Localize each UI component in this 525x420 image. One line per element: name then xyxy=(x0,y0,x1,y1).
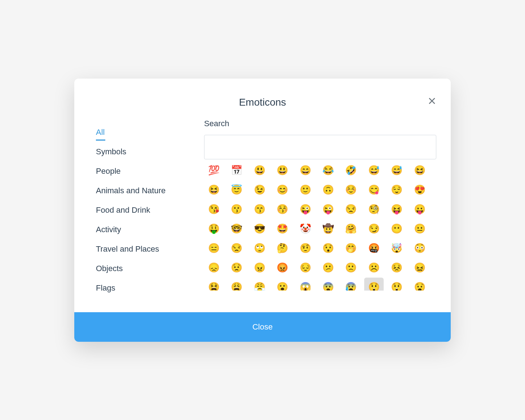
emoji-item[interactable]: 🤔 xyxy=(273,239,292,258)
sidebar-item-all[interactable]: All xyxy=(89,123,197,142)
emoji-item[interactable]: 😇 xyxy=(227,180,246,200)
sidebar-item-label: Travel and Places xyxy=(96,244,159,253)
emoji-item[interactable]: 😆 xyxy=(204,180,224,200)
sidebar-item-label: Activity xyxy=(96,225,121,234)
emoji-item[interactable]: 😒 xyxy=(227,239,246,258)
main-content: Search 💯📅😃😃😄😂🤣😅😅😆😆😇😉😊🙂🙃☺️😋😌😍😘😗😙😚😜😜😒🧐😝😛🤑🤓… xyxy=(197,119,436,298)
emoji-item[interactable]: 😗 xyxy=(227,200,246,219)
sidebar-item-food-drink[interactable]: Food and Drink xyxy=(89,200,197,220)
emoji-item[interactable]: 😆 xyxy=(410,161,429,180)
close-icon[interactable] xyxy=(428,97,436,105)
emoji-item[interactable]: 🙃 xyxy=(318,180,338,200)
search-label: Search xyxy=(204,119,436,128)
emoji-item[interactable]: 😃 xyxy=(250,161,269,180)
emoji-item[interactable]: 😊 xyxy=(273,180,292,200)
emoji-item[interactable]: 📅 xyxy=(227,161,246,180)
emoji-item[interactable]: 🙁 xyxy=(341,258,361,278)
emoji-item[interactable]: 😙 xyxy=(250,200,269,219)
emoji-item[interactable]: 🙄 xyxy=(250,239,269,258)
emoji-item[interactable]: 😅 xyxy=(387,161,406,180)
emoji-item[interactable]: 😨 xyxy=(318,278,338,291)
emoji-item[interactable]: 💯 xyxy=(204,161,224,180)
emoji-item[interactable]: 😶 xyxy=(387,219,406,239)
sidebar-item-label: Objects xyxy=(96,264,123,273)
emoji-item[interactable]: 😚 xyxy=(273,200,292,219)
emoji-item[interactable]: 🤭 xyxy=(341,239,361,258)
emoji-item[interactable]: 🤠 xyxy=(318,219,338,239)
emoji-item[interactable]: 😠 xyxy=(250,258,269,278)
emoji-item[interactable]: 😟 xyxy=(227,258,246,278)
emoticons-modal: Emoticons All Symbols People Animals and… xyxy=(74,79,451,342)
emoji-item[interactable]: 😌 xyxy=(387,180,406,200)
sidebar-item-label: Animals and Nature xyxy=(96,186,166,195)
sidebar-item-objects[interactable]: Objects xyxy=(89,259,197,278)
close-button[interactable]: Close xyxy=(252,322,273,332)
modal-header: Emoticons xyxy=(74,79,451,119)
modal-title: Emoticons xyxy=(89,97,436,108)
emoji-item[interactable]: 😔 xyxy=(296,258,315,278)
sidebar-item-label: Flags xyxy=(96,283,115,292)
emoji-item[interactable]: 😡 xyxy=(273,258,292,278)
modal-body: All Symbols People Animals and Nature Fo… xyxy=(74,119,451,312)
emoji-item[interactable]: 🤬 xyxy=(364,239,384,258)
emoji-item[interactable]: 😜 xyxy=(318,200,338,219)
emoji-item[interactable]: 🤗 xyxy=(341,219,361,239)
emoji-item[interactable]: 😣 xyxy=(387,258,406,278)
emoji-item[interactable]: 😳 xyxy=(410,239,429,258)
emoji-item[interactable]: 😋 xyxy=(364,180,384,200)
emoji-item[interactable]: 😞 xyxy=(204,258,224,278)
emoji-item[interactable]: 😛 xyxy=(410,200,429,219)
emoji-item[interactable]: 😒 xyxy=(341,200,361,219)
emoji-item[interactable]: ☹️ xyxy=(364,258,384,278)
sidebar-item-label: Symbols xyxy=(96,147,126,156)
emoji-item[interactable]: 😕 xyxy=(318,258,338,278)
emoji-item[interactable]: 😍 xyxy=(410,180,429,200)
emoji-item[interactable]: 🤩 xyxy=(273,219,292,239)
emoji-item[interactable]: 😘 xyxy=(204,200,224,219)
sidebar-item-activity[interactable]: Activity xyxy=(89,220,197,239)
sidebar-item-people[interactable]: People xyxy=(89,162,197,181)
emoji-item[interactable]: 😎 xyxy=(250,219,269,239)
sidebar-item-label: Food and Drink xyxy=(96,205,150,215)
emoji-item[interactable]: 😰 xyxy=(341,278,361,291)
emoji-item[interactable]: 😤 xyxy=(250,278,269,291)
emoji-item[interactable]: 😫 xyxy=(204,278,224,291)
emoji-item[interactable]: 😲 xyxy=(364,278,384,291)
emoji-item[interactable]: 😄 xyxy=(296,161,315,180)
emoji-item[interactable]: 😖 xyxy=(410,258,429,278)
emoji-item[interactable]: 😃 xyxy=(273,161,292,180)
emoji-item[interactable]: 😝 xyxy=(387,200,406,219)
emoji-item[interactable]: 😩 xyxy=(227,278,246,291)
emoji-item[interactable]: 😑 xyxy=(204,239,224,258)
category-sidebar: All Symbols People Animals and Nature Fo… xyxy=(89,119,197,298)
modal-footer[interactable]: Close xyxy=(74,312,451,342)
sidebar-item-flags[interactable]: Flags xyxy=(89,278,197,298)
emoji-item[interactable]: ☺️ xyxy=(341,180,361,200)
emoji-item[interactable]: 🤯 xyxy=(387,239,406,258)
sidebar-item-label: All xyxy=(96,128,105,137)
emoji-item[interactable]: 😅 xyxy=(364,161,384,180)
sidebar-item-animals-nature[interactable]: Animals and Nature xyxy=(89,181,197,200)
emoji-item[interactable]: 😏 xyxy=(364,219,384,239)
sidebar-item-label: People xyxy=(96,167,121,176)
emoji-item[interactable]: 😮 xyxy=(273,278,292,291)
sidebar-item-travel-places[interactable]: Travel and Places xyxy=(89,239,197,259)
emoji-item[interactable]: 🤡 xyxy=(296,219,315,239)
emoji-item[interactable]: 🤨 xyxy=(296,239,315,258)
emoji-item[interactable]: 🤑 xyxy=(204,219,224,239)
emoji-item[interactable]: 😲 xyxy=(387,278,406,291)
emoji-item[interactable]: 🤣 xyxy=(341,161,361,180)
emoji-item[interactable]: 🙂 xyxy=(296,180,315,200)
emoji-grid[interactable]: 💯📅😃😃😄😂🤣😅😅😆😆😇😉😊🙂🙃☺️😋😌😍😘😗😙😚😜😜😒🧐😝😛🤑🤓😎🤩🤡🤠🤗😏😶… xyxy=(204,161,436,291)
emoji-item[interactable]: 😐 xyxy=(410,219,429,239)
search-input[interactable] xyxy=(204,135,436,159)
sidebar-item-symbols[interactable]: Symbols xyxy=(89,142,197,162)
emoji-item[interactable]: 😂 xyxy=(318,161,338,180)
emoji-item[interactable]: 🧐 xyxy=(364,200,384,219)
emoji-item[interactable]: 😧 xyxy=(410,278,429,291)
emoji-item[interactable]: 😜 xyxy=(296,200,315,219)
emoji-item[interactable]: 😯 xyxy=(318,239,338,258)
emoji-item[interactable]: 😱 xyxy=(296,278,315,291)
emoji-item[interactable]: 🤓 xyxy=(227,219,246,239)
emoji-item[interactable]: 😉 xyxy=(250,180,269,200)
